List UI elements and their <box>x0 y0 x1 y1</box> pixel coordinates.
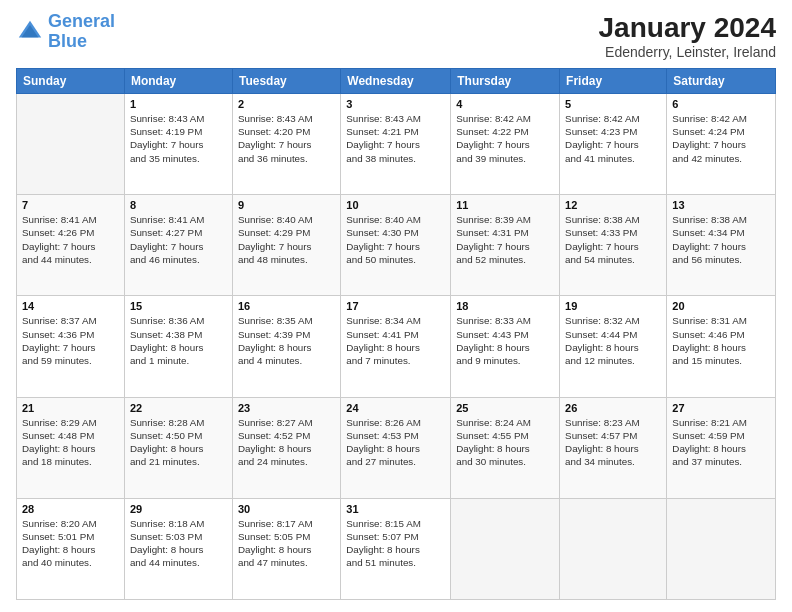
sunset-text: Sunset: 5:05 PM <box>238 530 335 543</box>
daylight-text: and 12 minutes. <box>565 354 661 367</box>
day-info: Sunrise: 8:21 AMSunset: 4:59 PMDaylight:… <box>672 416 770 469</box>
header: General Blue January 2024 Edenderry, Lei… <box>16 12 776 60</box>
logo-line1: General <box>48 11 115 31</box>
calendar-cell <box>451 498 560 599</box>
day-info: Sunrise: 8:18 AMSunset: 5:03 PMDaylight:… <box>130 517 227 570</box>
daylight-text: Daylight: 7 hours <box>130 138 227 151</box>
sunset-text: Sunset: 4:34 PM <box>672 226 770 239</box>
sunrise-text: Sunrise: 8:29 AM <box>22 416 119 429</box>
day-info: Sunrise: 8:39 AMSunset: 4:31 PMDaylight:… <box>456 213 554 266</box>
daylight-text: and 27 minutes. <box>346 455 445 468</box>
daylight-text: and 21 minutes. <box>130 455 227 468</box>
sunrise-text: Sunrise: 8:21 AM <box>672 416 770 429</box>
day-number: 29 <box>130 503 227 515</box>
daylight-text: Daylight: 8 hours <box>346 442 445 455</box>
sunrise-text: Sunrise: 8:42 AM <box>672 112 770 125</box>
sunrise-text: Sunrise: 8:18 AM <box>130 517 227 530</box>
calendar-cell: 6Sunrise: 8:42 AMSunset: 4:24 PMDaylight… <box>667 94 776 195</box>
sunset-text: Sunset: 4:59 PM <box>672 429 770 442</box>
sunrise-text: Sunrise: 8:35 AM <box>238 314 335 327</box>
daylight-text: Daylight: 7 hours <box>346 240 445 253</box>
day-number: 2 <box>238 98 335 110</box>
sunset-text: Sunset: 4:30 PM <box>346 226 445 239</box>
day-info: Sunrise: 8:38 AMSunset: 4:34 PMDaylight:… <box>672 213 770 266</box>
sunrise-text: Sunrise: 8:17 AM <box>238 517 335 530</box>
sunset-text: Sunset: 4:39 PM <box>238 328 335 341</box>
daylight-text: and 15 minutes. <box>672 354 770 367</box>
daylight-text: Daylight: 7 hours <box>456 138 554 151</box>
day-info: Sunrise: 8:40 AMSunset: 4:30 PMDaylight:… <box>346 213 445 266</box>
daylight-text: and 30 minutes. <box>456 455 554 468</box>
sunrise-text: Sunrise: 8:31 AM <box>672 314 770 327</box>
day-info: Sunrise: 8:37 AMSunset: 4:36 PMDaylight:… <box>22 314 119 367</box>
sunrise-text: Sunrise: 8:42 AM <box>565 112 661 125</box>
calendar-cell: 18Sunrise: 8:33 AMSunset: 4:43 PMDayligh… <box>451 296 560 397</box>
calendar-cell: 24Sunrise: 8:26 AMSunset: 4:53 PMDayligh… <box>341 397 451 498</box>
sunset-text: Sunset: 4:52 PM <box>238 429 335 442</box>
day-info: Sunrise: 8:20 AMSunset: 5:01 PMDaylight:… <box>22 517 119 570</box>
sunset-text: Sunset: 5:07 PM <box>346 530 445 543</box>
daylight-text: and 24 minutes. <box>238 455 335 468</box>
day-number: 9 <box>238 199 335 211</box>
daylight-text: Daylight: 8 hours <box>456 442 554 455</box>
sunset-text: Sunset: 4:44 PM <box>565 328 661 341</box>
sunrise-text: Sunrise: 8:32 AM <box>565 314 661 327</box>
day-number: 27 <box>672 402 770 414</box>
daylight-text: Daylight: 7 hours <box>130 240 227 253</box>
sunset-text: Sunset: 4:27 PM <box>130 226 227 239</box>
day-info: Sunrise: 8:36 AMSunset: 4:38 PMDaylight:… <box>130 314 227 367</box>
calendar-cell: 10Sunrise: 8:40 AMSunset: 4:30 PMDayligh… <box>341 195 451 296</box>
col-tuesday: Tuesday <box>232 69 340 94</box>
daylight-text: Daylight: 7 hours <box>238 138 335 151</box>
sunrise-text: Sunrise: 8:41 AM <box>22 213 119 226</box>
col-wednesday: Wednesday <box>341 69 451 94</box>
day-info: Sunrise: 8:43 AMSunset: 4:21 PMDaylight:… <box>346 112 445 165</box>
daylight-text: and 51 minutes. <box>346 556 445 569</box>
sunrise-text: Sunrise: 8:43 AM <box>238 112 335 125</box>
daylight-text: and 50 minutes. <box>346 253 445 266</box>
daylight-text: Daylight: 8 hours <box>130 341 227 354</box>
calendar-cell: 27Sunrise: 8:21 AMSunset: 4:59 PMDayligh… <box>667 397 776 498</box>
day-info: Sunrise: 8:40 AMSunset: 4:29 PMDaylight:… <box>238 213 335 266</box>
sunset-text: Sunset: 4:21 PM <box>346 125 445 138</box>
sunset-text: Sunset: 4:50 PM <box>130 429 227 442</box>
day-info: Sunrise: 8:43 AMSunset: 4:19 PMDaylight:… <box>130 112 227 165</box>
daylight-text: Daylight: 7 hours <box>456 240 554 253</box>
day-info: Sunrise: 8:24 AMSunset: 4:55 PMDaylight:… <box>456 416 554 469</box>
day-info: Sunrise: 8:32 AMSunset: 4:44 PMDaylight:… <box>565 314 661 367</box>
calendar-cell: 8Sunrise: 8:41 AMSunset: 4:27 PMDaylight… <box>124 195 232 296</box>
day-number: 21 <box>22 402 119 414</box>
day-number: 13 <box>672 199 770 211</box>
sunset-text: Sunset: 4:46 PM <box>672 328 770 341</box>
calendar-cell: 17Sunrise: 8:34 AMSunset: 4:41 PMDayligh… <box>341 296 451 397</box>
sunset-text: Sunset: 4:26 PM <box>22 226 119 239</box>
day-number: 6 <box>672 98 770 110</box>
daylight-text: Daylight: 7 hours <box>346 138 445 151</box>
sunrise-text: Sunrise: 8:40 AM <box>346 213 445 226</box>
day-number: 25 <box>456 402 554 414</box>
daylight-text: Daylight: 8 hours <box>130 543 227 556</box>
day-info: Sunrise: 8:42 AMSunset: 4:23 PMDaylight:… <box>565 112 661 165</box>
col-thursday: Thursday <box>451 69 560 94</box>
day-number: 8 <box>130 199 227 211</box>
calendar-cell: 11Sunrise: 8:39 AMSunset: 4:31 PMDayligh… <box>451 195 560 296</box>
sunset-text: Sunset: 4:33 PM <box>565 226 661 239</box>
calendar-title: January 2024 <box>599 12 776 44</box>
daylight-text: and 36 minutes. <box>238 152 335 165</box>
col-friday: Friday <box>560 69 667 94</box>
calendar-cell <box>560 498 667 599</box>
calendar-cell: 30Sunrise: 8:17 AMSunset: 5:05 PMDayligh… <box>232 498 340 599</box>
sunset-text: Sunset: 4:29 PM <box>238 226 335 239</box>
daylight-text: and 59 minutes. <box>22 354 119 367</box>
calendar-cell: 13Sunrise: 8:38 AMSunset: 4:34 PMDayligh… <box>667 195 776 296</box>
sunset-text: Sunset: 4:41 PM <box>346 328 445 341</box>
calendar-cell: 26Sunrise: 8:23 AMSunset: 4:57 PMDayligh… <box>560 397 667 498</box>
calendar-cell: 12Sunrise: 8:38 AMSunset: 4:33 PMDayligh… <box>560 195 667 296</box>
logo-icon <box>16 18 44 46</box>
sunrise-text: Sunrise: 8:27 AM <box>238 416 335 429</box>
sunrise-text: Sunrise: 8:43 AM <box>130 112 227 125</box>
day-info: Sunrise: 8:26 AMSunset: 4:53 PMDaylight:… <box>346 416 445 469</box>
day-number: 23 <box>238 402 335 414</box>
sunset-text: Sunset: 4:53 PM <box>346 429 445 442</box>
day-number: 15 <box>130 300 227 312</box>
